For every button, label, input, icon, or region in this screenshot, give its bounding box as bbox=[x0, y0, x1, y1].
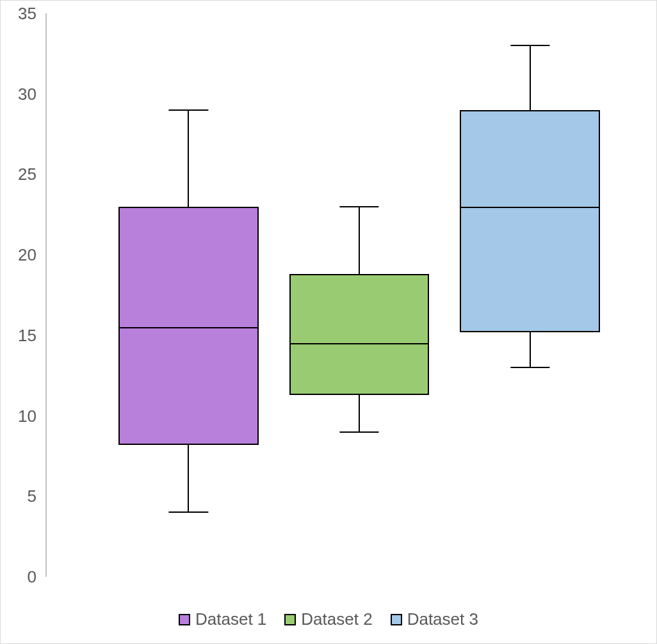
y-tick-label: 25 bbox=[18, 165, 45, 184]
whisker-cap-upper bbox=[169, 109, 208, 111]
chart-frame: 05101520253035 Dataset 1Dataset 2Dataset… bbox=[0, 0, 657, 644]
box-rect bbox=[118, 207, 259, 445]
box-rect bbox=[460, 110, 600, 332]
whisker-cap-upper bbox=[510, 45, 549, 46]
legend: Dataset 1Dataset 2Dataset 3 bbox=[1, 609, 656, 629]
whisker-cap-lower bbox=[339, 431, 378, 433]
whisker-cap-upper bbox=[339, 206, 378, 207]
y-tick-label: 30 bbox=[18, 84, 45, 104]
median-line bbox=[289, 343, 430, 344]
boxplot-2 bbox=[289, 13, 430, 577]
plot-area: 05101520253035 bbox=[45, 13, 641, 577]
legend-item-2: Dataset 2 bbox=[284, 609, 372, 629]
y-tick-label: 0 bbox=[28, 567, 45, 587]
whisker-upper bbox=[530, 45, 531, 110]
whisker-upper bbox=[188, 110, 189, 207]
legend-item-1: Dataset 1 bbox=[179, 609, 266, 629]
y-tick-label: 35 bbox=[18, 4, 45, 24]
legend-label: Dataset 1 bbox=[195, 609, 266, 629]
legend-swatch bbox=[391, 614, 402, 625]
y-axis-line bbox=[45, 13, 47, 577]
legend-swatch bbox=[179, 614, 190, 625]
median-line bbox=[460, 207, 600, 208]
y-tick-label: 10 bbox=[18, 406, 45, 426]
whisker-cap-lower bbox=[169, 511, 208, 513]
legend-label: Dataset 3 bbox=[407, 609, 478, 629]
whisker-lower bbox=[188, 445, 189, 513]
median-line bbox=[118, 327, 259, 328]
boxplot-1 bbox=[118, 13, 259, 577]
y-tick-label: 20 bbox=[18, 245, 45, 265]
y-tick-label: 5 bbox=[28, 487, 45, 506]
whisker-lower bbox=[359, 395, 360, 432]
y-tick-label: 15 bbox=[18, 325, 45, 345]
box-rect bbox=[289, 274, 430, 395]
legend-item-3: Dataset 3 bbox=[391, 609, 478, 629]
whisker-cap-lower bbox=[510, 367, 549, 368]
boxplot-3 bbox=[460, 13, 600, 577]
whisker-lower bbox=[530, 332, 531, 367]
legend-swatch bbox=[284, 614, 296, 625]
whisker-upper bbox=[359, 207, 360, 275]
legend-label: Dataset 2 bbox=[301, 609, 372, 629]
